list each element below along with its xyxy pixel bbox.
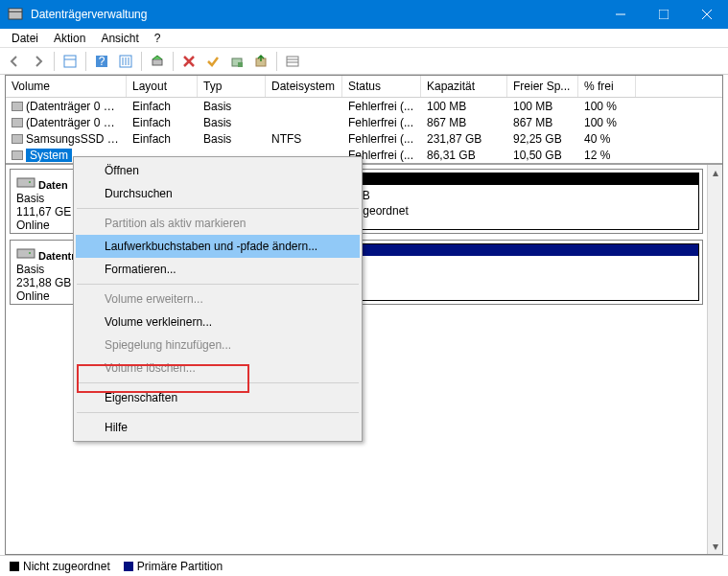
scroll-up-icon[interactable]: ▴ — [708, 165, 722, 180]
action1-button[interactable] — [226, 51, 247, 72]
legend-unallocated: Nicht zugeordnet — [10, 560, 110, 573]
cell-vol: (Datenträger 0 Par... — [6, 116, 127, 129]
col-type[interactable]: Typ — [198, 76, 266, 97]
col-pct[interactable]: % frei — [578, 76, 636, 97]
svg-rect-6 — [64, 56, 76, 67]
cell-typ: Basis — [198, 116, 266, 129]
cell-status: Fehlerfrei (... — [342, 116, 421, 129]
col-layout[interactable]: Layout — [127, 76, 198, 97]
scroll-down-icon[interactable]: ▾ — [708, 539, 722, 554]
menu-action[interactable]: Aktion — [46, 30, 93, 47]
cell-free: 867 MB — [507, 116, 578, 129]
forward-button[interactable] — [28, 51, 49, 72]
context-menu: Öffnen Durchsuchen Partition als aktiv m… — [73, 156, 363, 442]
svg-rect-23 — [17, 178, 35, 187]
cell-cap: 100 MB — [421, 100, 507, 113]
toolbar: ? — [0, 48, 728, 75]
view-button[interactable] — [59, 51, 81, 72]
cell-cap: 867 MB — [421, 116, 507, 129]
disk-size: 231,88 GB — [16, 276, 71, 289]
action2-button[interactable] — [250, 51, 271, 72]
svg-rect-25 — [17, 249, 35, 258]
cell-pct: 100 % — [578, 116, 636, 129]
settings-button[interactable] — [115, 51, 136, 72]
maximize-button[interactable] — [642, 0, 685, 29]
cell-cap: 86,31 GB — [421, 149, 507, 162]
cell-layout: Einfach — [127, 100, 198, 113]
disk-name: Daten — [38, 179, 68, 191]
volume-icon — [12, 134, 23, 144]
disk-size: 111,67 GE — [16, 205, 71, 219]
disk-status: Online — [16, 219, 50, 232]
cm-properties[interactable]: Eigenschaften — [76, 386, 360, 409]
titlebar: Datenträgerverwaltung — [0, 0, 728, 29]
help-toolbar-button[interactable]: ? — [91, 51, 112, 72]
volume-icon — [12, 150, 23, 160]
cell-pct: 12 % — [578, 149, 636, 162]
partition-unallocated[interactable]: 24,41 GB Nicht zugeordnet — [315, 173, 699, 230]
table-row[interactable]: SamsungsSSD (N:)EinfachBasisNTFSFehlerfr… — [6, 130, 722, 147]
cm-format[interactable]: Formatieren... — [76, 258, 360, 281]
apply-button[interactable] — [202, 51, 223, 72]
cell-vol: (Datenträger 0 Par... — [6, 100, 127, 113]
cell-status: Fehlerfrei (... — [342, 132, 421, 146]
svg-rect-20 — [287, 57, 298, 66]
svg-rect-14 — [153, 59, 162, 65]
cm-mark-active: Partition als aktiv markieren — [76, 212, 360, 235]
table-row[interactable]: (Datenträger 0 Par...EinfachBasisFehlerf… — [6, 98, 722, 114]
cm-shrink-volume[interactable]: Volume verkleinern... — [76, 311, 360, 334]
refresh-button[interactable] — [147, 51, 168, 72]
col-free[interactable]: Freier Sp... — [507, 76, 578, 97]
disk-type: Basis — [16, 192, 44, 205]
cell-free: 10,50 GB — [507, 149, 578, 162]
cell-free: 100 MB — [507, 100, 578, 113]
menu-help[interactable]: ? — [147, 30, 169, 47]
table-row[interactable]: (Datenträger 0 Par...EinfachBasisFehlerf… — [6, 114, 722, 130]
cm-change-drive-letter[interactable]: Laufwerkbuchstaben und -pfade ändern... — [76, 235, 360, 258]
legend-primary: Primäre Partition — [124, 560, 223, 573]
volume-grid: Volume Layout Typ Dateisystem Status Kap… — [6, 76, 722, 163]
cell-fs: NTFS — [266, 132, 342, 146]
cell-pct: 40 % — [578, 132, 636, 146]
cm-help[interactable]: Hilfe — [76, 416, 360, 439]
grid-body: (Datenträger 0 Par...EinfachBasisFehlerf… — [6, 98, 722, 163]
list-button[interactable] — [282, 51, 303, 72]
svg-rect-0 — [9, 12, 22, 19]
legend: Nicht zugeordnet Primäre Partition — [0, 555, 728, 576]
cm-open[interactable]: Öffnen — [76, 159, 360, 182]
col-volume[interactable]: Volume — [6, 76, 127, 97]
volume-icon — [12, 102, 23, 111]
menu-file[interactable]: Datei — [4, 30, 46, 47]
cm-extend-volume: Volume erweitern... — [76, 288, 360, 311]
close-button[interactable] — [685, 0, 728, 29]
minimize-button[interactable] — [599, 0, 642, 29]
svg-rect-3 — [659, 10, 669, 19]
cell-pct: 100 % — [578, 100, 636, 113]
cell-cap: 231,87 GB — [421, 132, 507, 146]
disk-drive-icon — [16, 178, 35, 192]
delete-button[interactable] — [178, 51, 200, 72]
svg-text:?: ? — [99, 55, 106, 68]
cm-explore[interactable]: Durchsuchen — [76, 182, 360, 205]
cell-typ: Basis — [198, 100, 266, 113]
menubar: Datei Aktion Ansicht ? — [0, 29, 728, 48]
grid-header: Volume Layout Typ Dateisystem Status Kap… — [6, 76, 722, 98]
svg-rect-1 — [9, 9, 22, 12]
col-filesystem[interactable]: Dateisystem — [266, 76, 342, 97]
col-status[interactable]: Status — [342, 76, 421, 97]
disk-mgmt-icon — [8, 7, 23, 22]
cm-add-mirror: Spiegelung hinzufügen... — [76, 334, 360, 357]
cell-typ: Basis — [198, 132, 266, 146]
volume-icon — [12, 118, 23, 127]
col-capacity[interactable]: Kapazität — [421, 76, 507, 97]
cell-vol: SamsungsSSD (N:) — [6, 132, 127, 146]
vertical-scrollbar[interactable]: ▴ ▾ — [707, 165, 722, 554]
cell-free: 92,25 GB — [507, 132, 578, 146]
svg-point-26 — [29, 252, 31, 254]
cell-status: Fehlerfrei (... — [342, 100, 421, 113]
back-button[interactable] — [4, 51, 25, 72]
disk-type: Basis — [16, 263, 44, 276]
disk-status: Online — [16, 289, 50, 303]
menu-view[interactable]: Ansicht — [93, 30, 146, 47]
cell-layout: Einfach — [127, 132, 198, 146]
